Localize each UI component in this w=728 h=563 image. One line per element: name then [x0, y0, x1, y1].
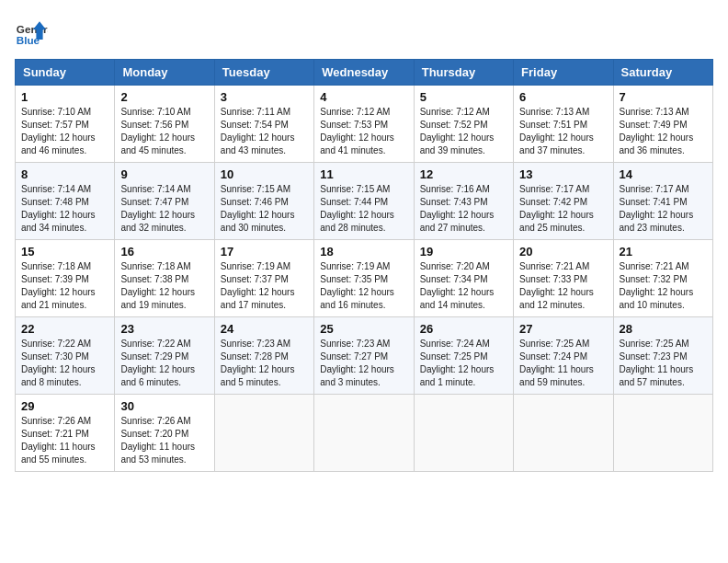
calendar-cell: 13Sunrise: 7:17 AM Sunset: 7:42 PM Dayli…: [514, 163, 613, 240]
day-info: Sunrise: 7:14 AM Sunset: 7:48 PM Dayligh…: [21, 183, 108, 235]
calendar-cell: 10Sunrise: 7:15 AM Sunset: 7:46 PM Dayli…: [214, 163, 313, 240]
day-info: Sunrise: 7:21 AM Sunset: 7:32 PM Dayligh…: [620, 260, 707, 312]
day-number: 19: [420, 245, 507, 259]
day-info: Sunrise: 7:25 AM Sunset: 7:24 PM Dayligh…: [519, 338, 607, 389]
logo-icon: General Blue: [15, 15, 48, 48]
day-info: Sunrise: 7:20 AM Sunset: 7:34 PM Dayligh…: [420, 260, 507, 312]
day-info: Sunrise: 7:10 AM Sunset: 7:56 PM Dayligh…: [120, 106, 208, 157]
calendar-cell: 29Sunrise: 7:26 AM Sunset: 7:21 PM Dayli…: [16, 395, 115, 472]
day-info: Sunrise: 7:23 AM Sunset: 7:27 PM Dayligh…: [320, 338, 407, 389]
day-number: 27: [519, 322, 607, 336]
day-number: 7: [620, 90, 707, 104]
day-info: Sunrise: 7:15 AM Sunset: 7:44 PM Dayligh…: [320, 183, 407, 235]
calendar-cell: 25Sunrise: 7:23 AM Sunset: 7:27 PM Dayli…: [314, 317, 414, 395]
day-number: 28: [620, 322, 707, 336]
calendar-table: SundayMondayTuesdayWednesdayThursdayFrid…: [15, 59, 713, 472]
day-info: Sunrise: 7:24 AM Sunset: 7:25 PM Dayligh…: [420, 338, 507, 389]
day-number: 12: [420, 167, 507, 181]
logo: General Blue: [15, 15, 48, 48]
calendar-cell: 28Sunrise: 7:25 AM Sunset: 7:23 PM Dayli…: [613, 317, 712, 395]
day-info: Sunrise: 7:17 AM Sunset: 7:42 PM Dayligh…: [519, 183, 607, 235]
calendar-cell: 27Sunrise: 7:25 AM Sunset: 7:24 PM Dayli…: [514, 317, 613, 395]
calendar-cell: 11Sunrise: 7:15 AM Sunset: 7:44 PM Dayli…: [314, 163, 414, 240]
day-number: 18: [320, 245, 407, 259]
calendar-cell: 5Sunrise: 7:12 AM Sunset: 7:52 PM Daylig…: [414, 86, 513, 163]
day-info: Sunrise: 7:21 AM Sunset: 7:33 PM Dayligh…: [519, 260, 607, 312]
day-number: 29: [21, 399, 108, 413]
calendar-cell: 1Sunrise: 7:10 AM Sunset: 7:57 PM Daylig…: [16, 86, 115, 163]
day-number: 24: [221, 322, 308, 336]
weekday-header-thursday: Thursday: [414, 60, 513, 86]
day-info: Sunrise: 7:11 AM Sunset: 7:54 PM Dayligh…: [221, 106, 308, 157]
day-info: Sunrise: 7:22 AM Sunset: 7:29 PM Dayligh…: [120, 338, 208, 389]
calendar-cell: 21Sunrise: 7:21 AM Sunset: 7:32 PM Dayli…: [613, 240, 712, 317]
day-info: Sunrise: 7:18 AM Sunset: 7:39 PM Dayligh…: [21, 260, 108, 312]
day-number: 21: [620, 245, 707, 259]
day-number: 6: [519, 90, 607, 104]
day-number: 22: [21, 322, 108, 336]
calendar-cell: 7Sunrise: 7:13 AM Sunset: 7:49 PM Daylig…: [613, 86, 712, 163]
day-info: Sunrise: 7:14 AM Sunset: 7:47 PM Dayligh…: [120, 183, 208, 235]
page-header: General Blue: [15, 15, 713, 48]
day-info: Sunrise: 7:19 AM Sunset: 7:37 PM Dayligh…: [221, 260, 308, 312]
day-info: Sunrise: 7:22 AM Sunset: 7:30 PM Dayligh…: [21, 338, 108, 389]
day-number: 3: [221, 90, 308, 104]
day-number: 4: [320, 90, 407, 104]
day-info: Sunrise: 7:26 AM Sunset: 7:21 PM Dayligh…: [21, 415, 108, 466]
day-info: Sunrise: 7:13 AM Sunset: 7:51 PM Dayligh…: [519, 106, 607, 157]
day-number: 8: [21, 167, 108, 181]
calendar-cell: 15Sunrise: 7:18 AM Sunset: 7:39 PM Dayli…: [16, 240, 115, 317]
day-number: 2: [120, 90, 208, 104]
weekday-header-monday: Monday: [115, 60, 214, 86]
day-number: 9: [120, 167, 208, 181]
day-number: 17: [221, 245, 308, 259]
day-number: 16: [120, 245, 208, 259]
calendar-cell: 30Sunrise: 7:26 AM Sunset: 7:20 PM Dayli…: [115, 395, 214, 472]
calendar-cell: [514, 395, 613, 472]
day-info: Sunrise: 7:18 AM Sunset: 7:38 PM Dayligh…: [120, 260, 208, 312]
day-number: 23: [120, 322, 208, 336]
day-info: Sunrise: 7:19 AM Sunset: 7:35 PM Dayligh…: [320, 260, 407, 312]
calendar-cell: 14Sunrise: 7:17 AM Sunset: 7:41 PM Dayli…: [613, 163, 712, 240]
calendar-cell: 8Sunrise: 7:14 AM Sunset: 7:48 PM Daylig…: [16, 163, 115, 240]
calendar-cell: 6Sunrise: 7:13 AM Sunset: 7:51 PM Daylig…: [514, 86, 613, 163]
day-info: Sunrise: 7:12 AM Sunset: 7:52 PM Dayligh…: [420, 106, 507, 157]
day-number: 20: [519, 245, 607, 259]
calendar-cell: 23Sunrise: 7:22 AM Sunset: 7:29 PM Dayli…: [115, 317, 214, 395]
calendar-cell: [314, 395, 414, 472]
calendar-cell: 18Sunrise: 7:19 AM Sunset: 7:35 PM Dayli…: [314, 240, 414, 317]
calendar-cell: [613, 395, 712, 472]
day-number: 5: [420, 90, 507, 104]
weekday-header-sunday: Sunday: [16, 60, 115, 86]
day-info: Sunrise: 7:17 AM Sunset: 7:41 PM Dayligh…: [620, 183, 707, 235]
calendar-cell: 9Sunrise: 7:14 AM Sunset: 7:47 PM Daylig…: [115, 163, 214, 240]
day-number: 30: [120, 399, 208, 413]
day-info: Sunrise: 7:10 AM Sunset: 7:57 PM Dayligh…: [21, 106, 108, 157]
day-number: 25: [320, 322, 407, 336]
day-info: Sunrise: 7:25 AM Sunset: 7:23 PM Dayligh…: [620, 338, 707, 389]
calendar-cell: 24Sunrise: 7:23 AM Sunset: 7:28 PM Dayli…: [214, 317, 313, 395]
calendar-cell: 22Sunrise: 7:22 AM Sunset: 7:30 PM Dayli…: [16, 317, 115, 395]
day-number: 26: [420, 322, 507, 336]
weekday-header-tuesday: Tuesday: [214, 60, 313, 86]
day-number: 13: [519, 167, 607, 181]
day-info: Sunrise: 7:16 AM Sunset: 7:43 PM Dayligh…: [420, 183, 507, 235]
day-number: 10: [221, 167, 308, 181]
weekday-header-friday: Friday: [514, 60, 613, 86]
calendar-cell: 17Sunrise: 7:19 AM Sunset: 7:37 PM Dayli…: [214, 240, 313, 317]
calendar-cell: [214, 395, 313, 472]
weekday-header-saturday: Saturday: [613, 60, 712, 86]
day-info: Sunrise: 7:23 AM Sunset: 7:28 PM Dayligh…: [221, 338, 308, 389]
calendar-cell: [414, 395, 513, 472]
day-number: 11: [320, 167, 407, 181]
calendar-cell: 4Sunrise: 7:12 AM Sunset: 7:53 PM Daylig…: [314, 86, 414, 163]
day-number: 14: [620, 167, 707, 181]
day-info: Sunrise: 7:12 AM Sunset: 7:53 PM Dayligh…: [320, 106, 407, 157]
day-info: Sunrise: 7:15 AM Sunset: 7:46 PM Dayligh…: [221, 183, 308, 235]
calendar-cell: 20Sunrise: 7:21 AM Sunset: 7:33 PM Dayli…: [514, 240, 613, 317]
calendar-cell: 16Sunrise: 7:18 AM Sunset: 7:38 PM Dayli…: [115, 240, 214, 317]
day-info: Sunrise: 7:13 AM Sunset: 7:49 PM Dayligh…: [620, 106, 707, 157]
calendar-cell: 12Sunrise: 7:16 AM Sunset: 7:43 PM Dayli…: [414, 163, 513, 240]
day-number: 1: [21, 90, 108, 104]
day-info: Sunrise: 7:26 AM Sunset: 7:20 PM Dayligh…: [120, 415, 208, 466]
